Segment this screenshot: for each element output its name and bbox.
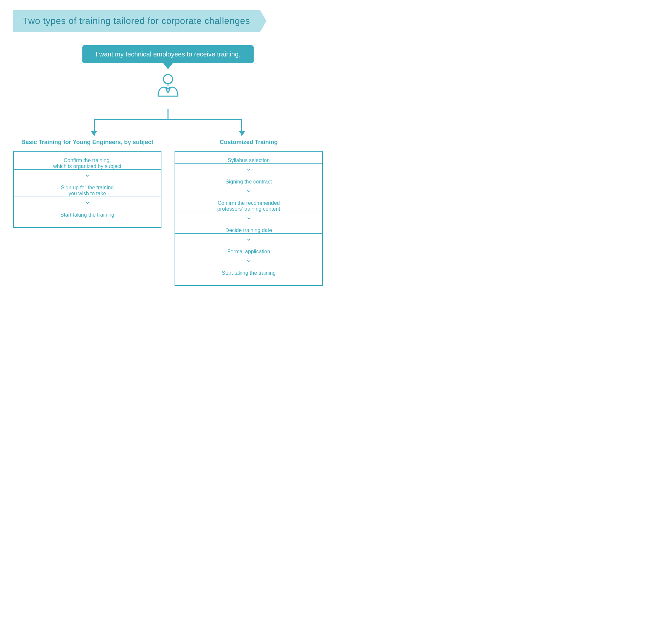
left-chevron-2: ⌄ <box>14 197 161 206</box>
right-chevron-5: ⌄ <box>175 255 322 264</box>
left-step-1: Confirm the training,which is organized … <box>14 152 161 169</box>
person-area <box>13 73 323 103</box>
right-step-6: Start taking the training <box>175 264 322 282</box>
right-flow-box: Syllabus selection ⌄ Signing the contrac… <box>174 151 323 286</box>
arrow-right-icon <box>239 131 245 136</box>
right-chevron-4: ⌄ <box>175 234 322 243</box>
arrow-left-icon <box>90 131 97 136</box>
svg-point-0 <box>163 74 172 84</box>
left-step-2: Sign up for the trainingyou wish to take <box>14 179 161 197</box>
right-step-2: Signing the contract <box>175 173 322 185</box>
page-title: Two types of training tailored for corpo… <box>23 16 250 26</box>
branch-horizontal-line <box>94 119 242 120</box>
branch-vertical-line <box>168 109 169 119</box>
speech-bubble-container: I want my technical employees to receive… <box>13 45 323 63</box>
right-column-title: Customized Training <box>174 139 323 146</box>
speech-bubble-text: I want my technical employees to receive… <box>95 51 240 58</box>
title-banner: Two types of training tailored for corpo… <box>13 10 267 32</box>
right-chevron-1: ⌄ <box>175 164 322 173</box>
right-chevron-3: ⌄ <box>175 212 322 221</box>
left-step-3: Start taking the training <box>14 206 161 224</box>
left-column: Basic Training for Young Engineers, by s… <box>13 139 161 228</box>
columns-section: Basic Training for Young Engineers, by s… <box>13 139 323 286</box>
person-icon <box>155 73 181 103</box>
left-chevron-1: ⌄ <box>14 170 161 179</box>
right-step-1: Syllabus selection <box>175 152 322 163</box>
right-chevron-2: ⌄ <box>175 185 322 194</box>
branch-lines <box>13 109 323 136</box>
right-step-3: Confirm the recommendedprofessors' train… <box>175 194 322 212</box>
right-step-4: Decide training date <box>175 221 322 233</box>
right-step-5: Formal application <box>175 243 322 255</box>
speech-bubble: I want my technical employees to receive… <box>82 45 253 63</box>
left-flow-box: Confirm the training,which is organized … <box>13 151 161 228</box>
right-column: Customized Training Syllabus selection ⌄… <box>174 139 323 286</box>
left-column-title: Basic Training for Young Engineers, by s… <box>13 139 161 146</box>
